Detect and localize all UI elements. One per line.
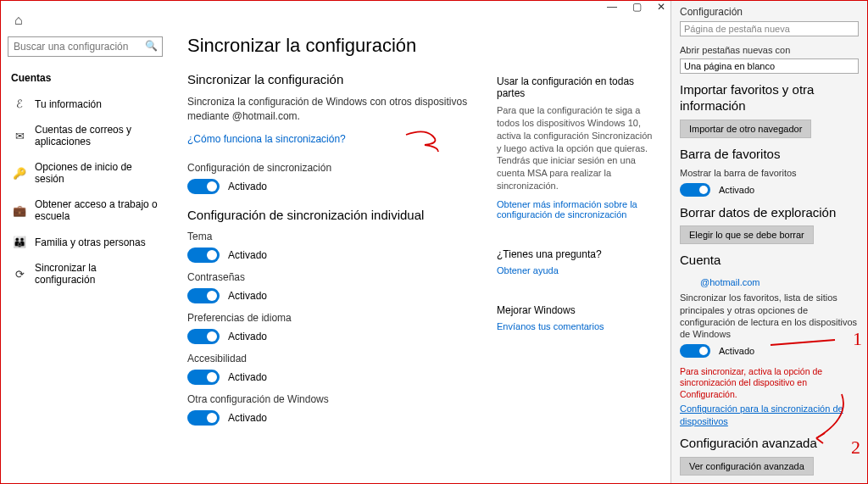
settings-side-column: Usar la configuración en todas partes Pa… xyxy=(497,13,654,471)
search-input[interactable] xyxy=(8,36,163,57)
maximize-icon[interactable]: ▢ xyxy=(632,1,642,13)
help-link[interactable]: Obtener ayuda xyxy=(497,265,559,275)
account-email-link[interactable]: @hotmail.com xyxy=(700,276,760,288)
home-icon[interactable]: ⌂ xyxy=(14,13,170,28)
sidebar-item-label: Tu información xyxy=(35,98,102,110)
edge-settings-panel: Configuración Página de pestaña nueva Ab… xyxy=(670,1,867,483)
account-sync-toggle[interactable] xyxy=(680,344,710,358)
toggle-state: Activado xyxy=(228,371,267,383)
briefcase-icon: 💼 xyxy=(11,204,28,217)
section-title-individual: Configuración de sincronización individu… xyxy=(187,208,471,222)
clear-title: Borrar datos de exploración xyxy=(680,205,859,221)
sync-description: Sincroniza la configuración de Windows c… xyxy=(187,95,471,124)
sync-config-toggle[interactable] xyxy=(187,179,220,194)
account-sync-toggle-row: Activado xyxy=(680,344,859,358)
favbar-title: Barra de favoritos xyxy=(680,147,859,163)
sidebar-item-label: Familia y otras personas xyxy=(35,236,146,248)
section-title-sync: Sincronizar la configuración xyxy=(187,72,471,86)
sidebar-item-label: Cuentas de correos y aplicaciones xyxy=(35,124,159,147)
toggle-other[interactable] xyxy=(187,410,220,426)
account-title: Cuenta xyxy=(680,253,859,269)
toggle-language[interactable] xyxy=(187,329,220,344)
favbar-toggle[interactable] xyxy=(680,183,710,197)
advanced-button[interactable]: Ver configuración avanzada xyxy=(680,457,814,476)
sync-config-toggle-row: Activado xyxy=(187,179,471,194)
sidebar-category: Cuentas xyxy=(1,67,170,91)
mail-icon: ✉ xyxy=(11,130,28,142)
clear-button[interactable]: Elegir lo que se debe borrar xyxy=(680,225,814,244)
toggle-state: Activado xyxy=(228,249,267,261)
window-controls: — ▢ ✕ xyxy=(607,1,665,13)
favbar-label: Mostrar la barra de favoritos xyxy=(680,167,859,179)
favbar-toggle-row: Activado xyxy=(680,183,859,197)
toggle-label: Contraseñas xyxy=(187,271,471,283)
toggle-row-passwords: Activado xyxy=(187,288,471,303)
toggle-label: Preferencias de idioma xyxy=(187,312,471,324)
edge-panel-title: Configuración xyxy=(680,6,859,18)
key-icon: 🔑 xyxy=(11,167,28,180)
open-tabs-label: Abrir pestañas nuevas con xyxy=(680,45,859,55)
favbar-state: Activado xyxy=(719,185,754,195)
toggle-state: Activado xyxy=(228,331,267,342)
toggle-label: Otra configuración de Windows xyxy=(187,393,471,405)
sidebar-item-label: Obtener acceso a trabajo o escuela xyxy=(35,198,159,222)
toggle-state: Activado xyxy=(228,412,267,424)
account-sync-state: Activado xyxy=(719,346,754,356)
import-title: Importar favoritos y otra información xyxy=(680,82,859,114)
toggle-label: Tema xyxy=(187,231,471,242)
toggle-row-language: Activado xyxy=(187,329,471,344)
more-info-link[interactable]: Obtener más información sobre la configu… xyxy=(497,199,654,220)
sidebar-item-email[interactable]: ✉ Cuentas de correos y aplicaciones xyxy=(1,117,170,154)
dropdown-home-page[interactable]: Página de pestaña nueva xyxy=(680,21,859,36)
sync-warning: Para sincronizar, activa la opción de si… xyxy=(680,366,859,401)
sidebar-item-info[interactable]: ℰ Tu información xyxy=(1,91,170,117)
sync-config-label: Configuración de sincronización xyxy=(187,162,471,174)
settings-main-column: Sincronizar la configuración Sincronizar… xyxy=(187,13,497,471)
use-everywhere-title: Usar la configuración en todas partes xyxy=(497,75,654,99)
person-card-icon: ℰ xyxy=(11,97,28,110)
feedback-link[interactable]: Envíanos tus comentarios xyxy=(497,321,604,331)
sidebar-item-sync[interactable]: ⟳ Sincronizar la configuración xyxy=(1,255,170,292)
sidebar-item-work[interactable]: 💼 Obtener acceso a trabajo o escuela xyxy=(1,192,170,229)
sidebar-item-label: Sincronizar la configuración xyxy=(35,262,159,286)
sync-config-state: Activado xyxy=(228,181,267,192)
sync-icon: ⟳ xyxy=(11,268,28,281)
how-sync-link[interactable]: ¿Cómo funciona la sincronización? xyxy=(187,133,346,145)
toggle-row-accessibility: Activado xyxy=(187,370,471,385)
use-everywhere-desc: Para que la configuración te siga a todo… xyxy=(497,104,654,192)
sync-account-desc: Sincronizar los favoritos, lista de siti… xyxy=(680,292,859,340)
import-button[interactable]: Importar de otro navegador xyxy=(680,120,811,138)
close-icon[interactable]: ✕ xyxy=(657,1,665,13)
sidebar-item-signin[interactable]: 🔑 Opciones de inicio de sesión xyxy=(1,154,170,192)
toggle-state: Activado xyxy=(228,290,267,302)
toggle-accessibility[interactable] xyxy=(187,370,220,385)
search-box: 🔍 xyxy=(8,36,163,57)
page-title: Sincronizar la configuración xyxy=(187,35,471,57)
toggle-label: Accesibilidad xyxy=(187,353,471,364)
device-sync-config-link[interactable]: Configuración para la sincronización de … xyxy=(680,403,859,427)
advanced-title: Configuración avanzada xyxy=(680,436,859,452)
improve-title: Mejorar Windows xyxy=(497,304,654,316)
question-title: ¿Tienes una pregunta? xyxy=(497,248,654,260)
sidebar-item-label: Opciones de inicio de sesión xyxy=(35,161,159,185)
settings-sidebar: ⌂ 🔍 Cuentas ℰ Tu información ✉ Cuentas d… xyxy=(1,1,170,483)
settings-content: — ▢ ✕ Sincronizar la configuración Sincr… xyxy=(170,1,670,483)
sidebar-item-family[interactable]: 👪 Familia y otras personas xyxy=(1,229,170,255)
toggle-row-theme: Activado xyxy=(187,248,471,263)
family-icon: 👪 xyxy=(11,236,28,248)
toggle-row-other: Activado xyxy=(187,410,471,426)
dropdown-new-tabs[interactable]: Una página en blanco xyxy=(680,58,859,74)
toggle-theme[interactable] xyxy=(187,248,220,263)
minimize-icon[interactable]: — xyxy=(607,1,617,13)
toggle-passwords[interactable] xyxy=(187,288,220,303)
